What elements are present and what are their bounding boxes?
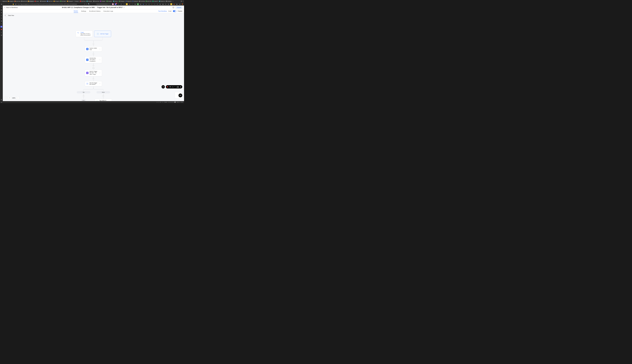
ext-4-icon[interactable]: ▣ [126, 3, 128, 5]
reset-button[interactable]: Reset [164, 102, 167, 103]
browser-tab[interactable]: Portable [99, 0, 106, 2]
camera-button[interactable] [162, 85, 165, 88]
bookmark-icon[interactable]: ▾ [86, 3, 87, 5]
publish-toggle[interactable] [173, 10, 176, 12]
zoom-out-button[interactable]: − [16, 96, 19, 99]
add-step-button[interactable]: + [92, 78, 94, 80]
nav-back-icon[interactable]: ◀ [1, 3, 2, 5]
fullscreen-button[interactable]: ⛶ [4, 96, 7, 99]
browser-tab[interactable]: Storage L [118, 0, 125, 2]
browser-tab[interactable]: Vodex [34, 0, 40, 2]
node-menu-icon[interactable]: ⋯ [99, 59, 100, 61]
add-step-button[interactable]: + [92, 43, 94, 45]
sidebar-gear-icon[interactable]: ⚙ [1, 99, 2, 100]
browser-tab[interactable]: Roofing c [165, 0, 172, 2]
membership-node[interactable]: Membership A2P 10DLC Compliance ⋯ [85, 56, 102, 63]
branch-none-label[interactable]: None [96, 91, 110, 94]
browser-tab[interactable]: Storage B [27, 0, 34, 2]
rec-pause-icon[interactable]: ❚❚ [176, 86, 179, 88]
add-step-button[interactable]: + [83, 95, 84, 97]
reload-icon[interactable]: ⟳ [8, 3, 10, 5]
back-to-workflows-link[interactable]: Back to Workflows [4, 7, 18, 8]
ext-10-icon[interactable]: ◐ [142, 3, 144, 5]
browser-tab[interactable]: Ezekiel R [132, 0, 138, 2]
browser-tab[interactable]: Lead Gen [93, 0, 99, 2]
ext-16-icon[interactable]: ▤ [159, 3, 161, 5]
browser-tab[interactable]: Storage B [7, 0, 14, 2]
ext-23-icon[interactable]: ◀ [179, 3, 180, 5]
test-workflow-button[interactable]: Test Workflow [158, 10, 167, 12]
sidebar-note-icon[interactable]: ✎ [1, 18, 2, 19]
ext-7-icon[interactable]: ▦ [134, 3, 136, 5]
ext-8-icon[interactable]: ▣ [137, 3, 139, 5]
rec-delete-icon[interactable]: 🗑 [180, 86, 181, 88]
sidebar-tree-icon[interactable]: ⊞ [1, 20, 2, 22]
history-icon[interactable] [172, 6, 174, 8]
browser-tab[interactable]: How To E [46, 0, 53, 2]
os-split-icon[interactable]: ◫ [160, 102, 161, 103]
sidebar-m-icon[interactable]: m [0, 26, 2, 28]
add-step-button[interactable]: + [92, 65, 94, 66]
stats-switch[interactable] [4, 15, 7, 16]
tag-added-node[interactable]: Tag Added: B-018.1. DFU Interest: stale … [95, 99, 112, 101]
home-icon[interactable]: ⌂ [10, 4, 12, 5]
zoom-slider[interactable] [168, 102, 176, 102]
nav-more-icon[interactable]: « [5, 4, 6, 5]
browser-tab[interactable]: Shaun Cla [125, 0, 132, 2]
os-layout-icon[interactable]: ▯ [159, 102, 159, 103]
os-code-icon[interactable]: <> [162, 102, 163, 103]
translate-icon[interactable]: ⊡ [84, 3, 85, 5]
tab-enrollment[interactable]: Enrollment History [89, 10, 100, 13]
url-field[interactable]: https://app.storageboom.com/location/HRq… [18, 4, 77, 5]
ext-shield-icon[interactable]: ⛊ [182, 3, 183, 5]
browser-tab[interactable]: 6a37e15b [20, 0, 27, 2]
browser-tab[interactable]: ChatGPT [152, 0, 158, 2]
ext-1-icon[interactable]: ✎ [118, 3, 119, 5]
browser-tab[interactable]: GLOWSA [138, 0, 145, 2]
browser-tab[interactable]: Q's Mast [60, 0, 66, 2]
rec-restart-icon[interactable]: ↻ [174, 86, 176, 88]
workflow-canvas[interactable]: Stats View ⛶ + 100% − Trigger Tag Added:… [3, 13, 184, 101]
ext-19-icon[interactable]: ▥ [168, 3, 170, 5]
branch-yes-label[interactable]: Yes [77, 91, 90, 94]
node-menu-icon[interactable]: ⋯ [99, 83, 100, 84]
ext-13-icon[interactable]: ● [151, 3, 153, 5]
tab-settings[interactable]: Settings [81, 10, 86, 13]
ext-loom-icon[interactable]: ✱3 [115, 3, 116, 5]
sidebar-bookmark-icon[interactable]: ◻ [1, 6, 2, 8]
ext-20-icon[interactable]: ▣ [170, 3, 172, 5]
zoom-in-button[interactable]: + [8, 96, 11, 99]
sidebar-download-icon[interactable]: ⬇ [1, 12, 2, 14]
ext-3-icon[interactable]: ⊙ [123, 3, 125, 5]
ext-15-icon[interactable]: ⊡ [156, 3, 158, 5]
browser-tab[interactable]: HighLevel [0, 0, 7, 2]
ext-14-icon[interactable]: ◻ [154, 3, 156, 5]
ext-6-icon[interactable]: ≡ [132, 3, 133, 5]
sidebar-shield-icon[interactable]: ⛊ [1, 29, 2, 30]
browser-tab[interactable]: Storage B [53, 0, 60, 2]
browser-tab[interactable]: Portable [106, 0, 112, 2]
browser-tab[interactable]: Mint CRO [145, 0, 152, 2]
new-tab-button[interactable]: + [172, 0, 173, 2]
sidebar-reader-icon[interactable]: ▤ [1, 9, 2, 10]
ext-2-icon[interactable]: ✻ [120, 3, 122, 5]
browser-tab[interactable]: Shared w [158, 0, 165, 2]
os-window-icon[interactable]: ▭ [156, 102, 158, 103]
nav-fwd-icon[interactable]: ▶ [3, 3, 4, 5]
ext-12-icon[interactable]: ⊚ [148, 3, 150, 5]
ext-21-icon[interactable]: ▣ [173, 3, 175, 5]
wait-node[interactable]: Wait for Trigger link click - T/O After … [85, 70, 102, 76]
os-cloud-icon[interactable]: ☁ [1, 102, 2, 103]
node-menu-icon[interactable]: ⋯ [99, 48, 100, 50]
trigger-node[interactable]: Trigger Tag Added: "B-018.1. Initial com… [76, 30, 93, 37]
note-node[interactable]: System Added Note ⋯ [85, 46, 102, 52]
sidebar-doc-icon[interactable]: ▯ [1, 32, 2, 33]
tab-builder[interactable]: Builder [74, 10, 78, 13]
condition-node[interactable]: Was the trigger link clicked? ⋯ [85, 81, 102, 86]
ext-11-icon[interactable]: ◎ [145, 3, 147, 5]
ext-grammarly-icon[interactable]: ✔ [112, 3, 114, 5]
browser-tab[interactable]: User Guid [14, 0, 20, 2]
nav-more2-icon[interactable]: » [6, 4, 7, 5]
browser-tab[interactable]: Podium [73, 0, 79, 2]
node-menu-icon[interactable]: ⋯ [99, 72, 100, 74]
